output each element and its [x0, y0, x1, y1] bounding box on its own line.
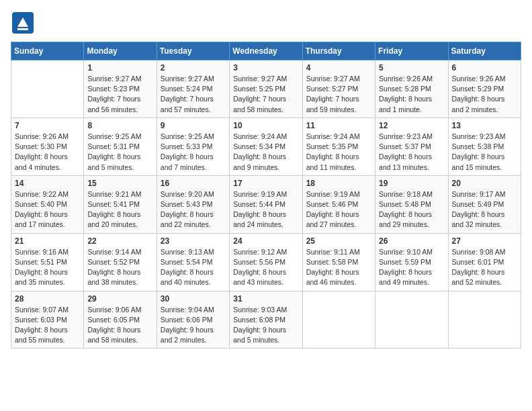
day-number: 28	[15, 294, 80, 304]
calendar-cell: 16Sunrise: 9:20 AMSunset: 5:43 PMDayligh…	[157, 175, 229, 233]
logo	[11, 11, 38, 35]
calendar-cell: 20Sunrise: 9:17 AMSunset: 5:49 PMDayligh…	[448, 175, 521, 233]
day-number: 10	[233, 121, 298, 130]
day-detail: Sunrise: 9:08 AMSunset: 6:01 PMDaylight:…	[452, 247, 517, 288]
calendar-cell: 29Sunrise: 9:06 AMSunset: 6:05 PMDayligh…	[84, 291, 157, 349]
calendar-week: 28Sunrise: 9:07 AMSunset: 6:03 PMDayligh…	[11, 291, 521, 349]
calendar-cell: 1Sunrise: 9:27 AMSunset: 5:23 PMDaylight…	[84, 60, 157, 118]
day-detail: Sunrise: 9:18 AMSunset: 5:48 PMDaylight:…	[379, 189, 444, 230]
day-detail: Sunrise: 9:27 AMSunset: 5:27 PMDaylight:…	[306, 74, 371, 115]
calendar-cell: 5Sunrise: 9:26 AMSunset: 5:28 PMDaylight…	[375, 60, 448, 118]
day-detail: Sunrise: 9:24 AMSunset: 5:34 PMDaylight:…	[233, 132, 298, 173]
day-detail: Sunrise: 9:26 AMSunset: 5:28 PMDaylight:…	[379, 74, 444, 115]
day-number: 2	[161, 63, 226, 73]
day-number: 19	[379, 179, 444, 188]
calendar: SundayMondayTuesdayWednesdayThursdayFrid…	[11, 42, 521, 349]
calendar-cell: 24Sunrise: 9:12 AMSunset: 5:56 PMDayligh…	[230, 233, 302, 291]
header-day: Wednesday	[230, 42, 302, 60]
day-number: 8	[87, 121, 152, 130]
calendar-cell	[302, 291, 375, 349]
day-number: 22	[87, 236, 152, 246]
day-number: 25	[306, 236, 371, 246]
day-number: 20	[452, 179, 517, 188]
day-number: 11	[306, 121, 371, 130]
day-detail: Sunrise: 9:19 AMSunset: 5:46 PMDaylight:…	[306, 189, 371, 230]
day-detail: Sunrise: 9:17 AMSunset: 5:49 PMDaylight:…	[452, 189, 517, 230]
day-number: 17	[233, 179, 298, 188]
calendar-cell: 28Sunrise: 9:07 AMSunset: 6:03 PMDayligh…	[11, 291, 84, 349]
calendar-cell: 9Sunrise: 9:25 AMSunset: 5:33 PMDaylight…	[157, 118, 229, 175]
header-day: Saturday	[448, 42, 521, 60]
calendar-cell: 3Sunrise: 9:27 AMSunset: 5:25 PMDaylight…	[230, 60, 302, 118]
day-number: 27	[452, 236, 517, 246]
svg-rect-2	[17, 28, 28, 30]
day-detail: Sunrise: 9:06 AMSunset: 6:05 PMDaylight:…	[87, 305, 152, 346]
day-detail: Sunrise: 9:04 AMSunset: 6:06 PMDaylight:…	[161, 305, 226, 346]
calendar-cell: 10Sunrise: 9:24 AMSunset: 5:34 PMDayligh…	[230, 118, 302, 175]
day-detail: Sunrise: 9:20 AMSunset: 5:43 PMDaylight:…	[161, 189, 226, 230]
day-detail: Sunrise: 9:23 AMSunset: 5:37 PMDaylight:…	[379, 132, 444, 173]
day-number: 15	[87, 179, 152, 188]
day-number: 9	[161, 121, 226, 130]
day-number: 29	[87, 294, 152, 304]
day-number: 14	[15, 179, 80, 188]
day-detail: Sunrise: 9:19 AMSunset: 5:44 PMDaylight:…	[233, 189, 298, 230]
day-number: 23	[161, 236, 226, 246]
day-detail: Sunrise: 9:10 AMSunset: 5:59 PMDaylight:…	[379, 247, 444, 288]
calendar-cell	[375, 291, 448, 349]
calendar-cell: 31Sunrise: 9:03 AMSunset: 6:08 PMDayligh…	[230, 291, 302, 349]
day-number: 4	[306, 63, 371, 73]
header-day: Friday	[375, 42, 448, 60]
calendar-cell: 25Sunrise: 9:11 AMSunset: 5:58 PMDayligh…	[302, 233, 375, 291]
day-number: 7	[15, 121, 80, 130]
calendar-cell: 26Sunrise: 9:10 AMSunset: 5:59 PMDayligh…	[375, 233, 448, 291]
day-number: 13	[452, 121, 517, 130]
day-number: 16	[161, 179, 226, 188]
calendar-cell	[448, 291, 521, 349]
day-number: 30	[161, 294, 226, 304]
calendar-cell: 14Sunrise: 9:22 AMSunset: 5:40 PMDayligh…	[11, 175, 84, 233]
day-detail: Sunrise: 9:24 AMSunset: 5:35 PMDaylight:…	[306, 132, 371, 173]
calendar-cell: 23Sunrise: 9:13 AMSunset: 5:54 PMDayligh…	[157, 233, 229, 291]
day-number: 31	[233, 294, 298, 304]
day-detail: Sunrise: 9:25 AMSunset: 5:33 PMDaylight:…	[161, 132, 226, 173]
calendar-week: 1Sunrise: 9:27 AMSunset: 5:23 PMDaylight…	[11, 60, 521, 118]
day-number: 24	[233, 236, 298, 246]
day-detail: Sunrise: 9:27 AMSunset: 5:24 PMDaylight:…	[161, 74, 226, 115]
calendar-cell: 4Sunrise: 9:27 AMSunset: 5:27 PMDaylight…	[302, 60, 375, 118]
calendar-cell	[11, 60, 84, 118]
day-detail: Sunrise: 9:07 AMSunset: 6:03 PMDaylight:…	[15, 305, 80, 346]
calendar-cell: 19Sunrise: 9:18 AMSunset: 5:48 PMDayligh…	[375, 175, 448, 233]
day-detail: Sunrise: 9:27 AMSunset: 5:25 PMDaylight:…	[233, 74, 298, 115]
calendar-cell: 27Sunrise: 9:08 AMSunset: 6:01 PMDayligh…	[448, 233, 521, 291]
day-number: 6	[452, 63, 517, 73]
calendar-cell: 13Sunrise: 9:23 AMSunset: 5:38 PMDayligh…	[448, 118, 521, 175]
calendar-cell: 18Sunrise: 9:19 AMSunset: 5:46 PMDayligh…	[302, 175, 375, 233]
day-number: 21	[15, 236, 80, 246]
day-detail: Sunrise: 9:26 AMSunset: 5:29 PMDaylight:…	[452, 74, 517, 115]
day-detail: Sunrise: 9:11 AMSunset: 5:58 PMDaylight:…	[306, 247, 371, 288]
calendar-cell: 15Sunrise: 9:21 AMSunset: 5:41 PMDayligh…	[84, 175, 157, 233]
day-detail: Sunrise: 9:16 AMSunset: 5:51 PMDaylight:…	[15, 247, 80, 288]
calendar-week: 21Sunrise: 9:16 AMSunset: 5:51 PMDayligh…	[11, 233, 521, 291]
day-detail: Sunrise: 9:14 AMSunset: 5:52 PMDaylight:…	[87, 247, 152, 288]
calendar-cell: 6Sunrise: 9:26 AMSunset: 5:29 PMDaylight…	[448, 60, 521, 118]
header-day: Thursday	[302, 42, 375, 60]
calendar-cell: 21Sunrise: 9:16 AMSunset: 5:51 PMDayligh…	[11, 233, 84, 291]
calendar-cell: 2Sunrise: 9:27 AMSunset: 5:24 PMDaylight…	[157, 60, 229, 118]
calendar-cell: 11Sunrise: 9:24 AMSunset: 5:35 PMDayligh…	[302, 118, 375, 175]
day-detail: Sunrise: 9:23 AMSunset: 5:38 PMDaylight:…	[452, 132, 517, 173]
calendar-week: 14Sunrise: 9:22 AMSunset: 5:40 PMDayligh…	[11, 175, 521, 233]
day-number: 26	[379, 236, 444, 246]
day-detail: Sunrise: 9:03 AMSunset: 6:08 PMDaylight:…	[233, 305, 298, 346]
calendar-cell: 22Sunrise: 9:14 AMSunset: 5:52 PMDayligh…	[84, 233, 157, 291]
day-detail: Sunrise: 9:13 AMSunset: 5:54 PMDaylight:…	[161, 247, 226, 288]
calendar-header: SundayMondayTuesdayWednesdayThursdayFrid…	[11, 42, 521, 60]
calendar-cell: 30Sunrise: 9:04 AMSunset: 6:06 PMDayligh…	[157, 291, 229, 349]
day-number: 3	[233, 63, 298, 73]
calendar-body: 1Sunrise: 9:27 AMSunset: 5:23 PMDaylight…	[11, 60, 521, 349]
calendar-cell: 8Sunrise: 9:25 AMSunset: 5:31 PMDaylight…	[84, 118, 157, 175]
calendar-cell: 17Sunrise: 9:19 AMSunset: 5:44 PMDayligh…	[230, 175, 302, 233]
day-detail: Sunrise: 9:21 AMSunset: 5:41 PMDaylight:…	[87, 189, 152, 230]
calendar-cell: 12Sunrise: 9:23 AMSunset: 5:37 PMDayligh…	[375, 118, 448, 175]
